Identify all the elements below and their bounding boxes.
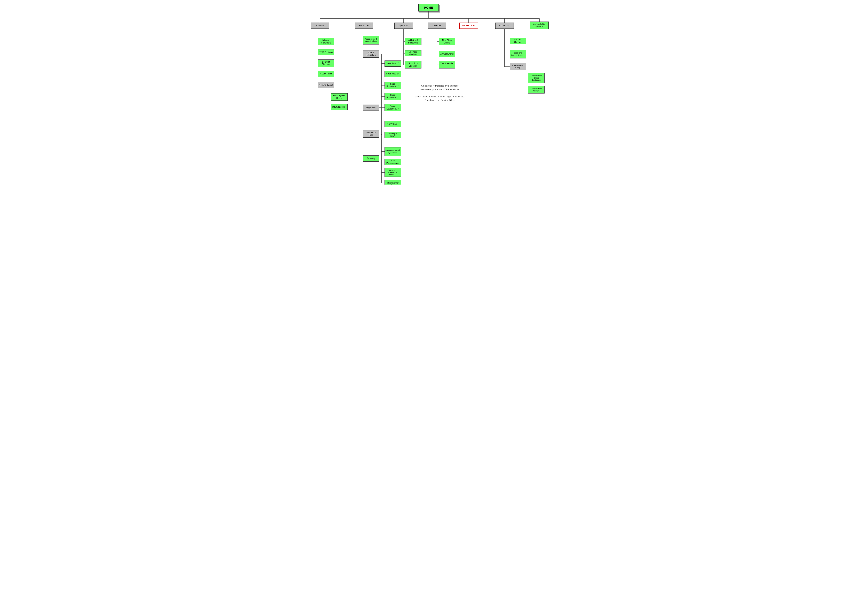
read-bylaws-node[interactable]: Read Bylaws Online: [331, 93, 348, 101]
legislation-node[interactable]: Legislation: [363, 105, 379, 111]
year-cal-node[interactable]: Year Calendar *: [439, 61, 455, 69]
history-node[interactable]: NTREG History: [318, 49, 334, 55]
privacy-node[interactable]: Privacy Policy: [318, 71, 334, 77]
sponsors-node[interactable]: Sponsors: [394, 23, 413, 29]
solar-edu2-node[interactable]: Solar Education 2 *: [385, 93, 401, 100]
annual-node[interactable]: Annual Events: [439, 51, 455, 57]
board-node[interactable]: Board of Directors: [318, 60, 334, 67]
solar-tour-node[interactable]: Solar Tour Sponsors: [405, 61, 421, 69]
home-node[interactable]: HOME: [418, 4, 439, 11]
conv-guide-node[interactable]: Conversation Group Guidelines: [528, 73, 545, 83]
site-map-diagram: HOME About Us Resources Sponsors Calenda…: [305, 0, 551, 185]
espanol-node[interactable]: En Español (In Spanish)*: [530, 21, 549, 29]
business-node[interactable]: Business Members: [405, 50, 421, 57]
faq-node[interactable]: Frequently Asked Questions: [385, 147, 401, 156]
jobs-ed-node[interactable]: Jobs & Education: [363, 50, 379, 58]
past-pres-node[interactable]: Past Presentations: [385, 159, 401, 165]
resources-node[interactable]: Resources: [355, 23, 373, 29]
speaker-node[interactable]: Speaker's Bureau Request: [510, 50, 526, 58]
assoc-node[interactable]: Associations & Organizations: [363, 36, 379, 44]
conv-group-node[interactable]: Conversation Group: [510, 63, 526, 70]
solar-jobs1-node[interactable]: Solar Jobs 1 *: [385, 61, 401, 67]
calendar-node[interactable]: Calendar: [428, 23, 446, 29]
solar-edu1-node[interactable]: Solar Education 1 *: [385, 82, 401, 89]
bylaws-node[interactable]: NTREG Bylaws: [318, 82, 334, 88]
info-files-node[interactable]: Information Files: [363, 130, 379, 138]
glossary-node[interactable]: Glossary: [363, 156, 379, 162]
solar-edu3-node[interactable]: Solar Education 3 *: [385, 104, 401, 112]
info-ntx-node[interactable]: Information for North Texas: [385, 180, 401, 185]
mission-node[interactable]: Mission Statement: [318, 38, 334, 45]
download-pdf-node[interactable]: Download PDF: [331, 104, 348, 110]
gen-contact-node[interactable]: General Contact: [510, 38, 526, 44]
near-term-node[interactable]: Near-Term Events: [439, 38, 455, 45]
affiliates-node[interactable]: Affiliates & Supporters: [405, 38, 421, 45]
solar-jobs2-node[interactable]: Solar Jobs 2 *: [385, 71, 401, 77]
contact-us-node[interactable]: Contact Us: [495, 23, 514, 29]
dev-law-node[interactable]: "Developer" Law *: [385, 132, 401, 138]
gen-ref-node[interactable]: General Reference Material: [385, 168, 401, 177]
about-us-node[interactable]: About Us: [311, 23, 329, 29]
conv-group2-node[interactable]: Conversation Group*: [528, 86, 545, 93]
hoa-law-node[interactable]: "HOA" Law *: [385, 121, 401, 127]
donate-join-node[interactable]: Donate / Join: [460, 23, 478, 29]
note-text: An asterisk '*' indicates links to pages…: [411, 84, 469, 102]
